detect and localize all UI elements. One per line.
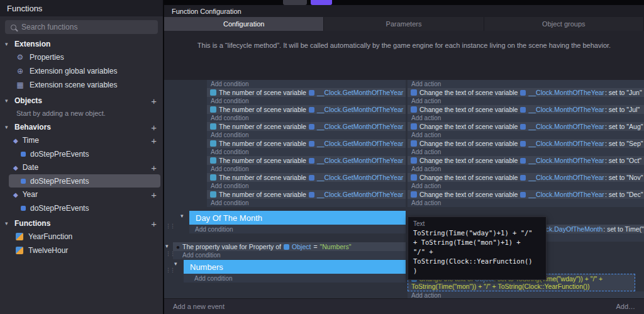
item-label: Extension scene variables xyxy=(30,81,117,89)
add-more-button[interactable]: Add… xyxy=(616,303,635,310)
chevron-down-icon[interactable]: ▾ xyxy=(5,124,11,130)
condition[interactable]: The number of scene variable __Clock.Get… xyxy=(207,105,406,114)
add-action-button[interactable]: Add action xyxy=(408,148,644,156)
tab-object-groups[interactable]: Object groups xyxy=(484,17,644,31)
add-object-button[interactable]: + xyxy=(151,96,157,106)
function-twelvehour[interactable]: TwelveHour xyxy=(0,244,163,257)
add-condition-button[interactable]: Add condition xyxy=(207,199,406,207)
tab-bar: Configuration Parameters Object groups xyxy=(164,17,644,31)
condition-variable: __Clock.GetMonthOfTheYear xyxy=(317,89,403,96)
add-action-button[interactable]: Add action xyxy=(408,291,644,298)
action-text: Change the text of scene variable xyxy=(419,123,518,130)
function-yearfunction[interactable]: YearFunction xyxy=(0,230,163,244)
action[interactable]: Change the text of scene variable __Cloc… xyxy=(408,173,644,182)
add-action-button[interactable]: Add action xyxy=(408,97,644,105)
behavior-date-dostep-selected[interactable]: doStepPreEvents xyxy=(9,174,160,188)
action[interactable]: Change the text of scene variable __Cloc… xyxy=(408,88,644,97)
action-value: : set to "Oct" xyxy=(605,157,641,164)
condition[interactable]: The number of scene variable __Clock.Get… xyxy=(207,122,406,131)
section-objects[interactable]: ▾ Objects + xyxy=(0,94,163,107)
section-behaviors[interactable]: ▾ Behaviors + xyxy=(0,121,163,133)
action[interactable]: Change the text of scene variable __Cloc… xyxy=(408,122,644,131)
chevron-down-icon[interactable]: ▾ xyxy=(5,98,11,104)
action-text: Change the text of scene variable xyxy=(419,89,518,96)
action[interactable]: Change the text of scene variable __Cloc… xyxy=(408,139,644,148)
action[interactable]: Change the text of scene variable __Cloc… xyxy=(408,156,644,165)
tooltip-code-line: ) xyxy=(413,266,541,276)
add-condition-button[interactable]: Add condition xyxy=(173,251,406,259)
behavior-date[interactable]: ◆ Date + xyxy=(0,160,163,174)
chevron-down-icon[interactable]: ▾ xyxy=(5,220,11,227)
item-label: YearFunction xyxy=(28,232,72,241)
drag-handle[interactable]: ⋮⋮ xyxy=(165,267,174,273)
panel-title: Function Configuration xyxy=(164,5,644,17)
behavior-year[interactable]: ◆ Year + xyxy=(0,188,163,201)
add-condition-button[interactable]: Add condition xyxy=(207,97,406,105)
group-collapse-chevron-icon[interactable]: ▾ xyxy=(174,261,177,267)
action[interactable]: Change the text of scene variable __Cloc… xyxy=(408,105,644,114)
add-function-button[interactable]: + xyxy=(151,219,157,228)
section-extension[interactable]: ▾ Extension xyxy=(0,38,163,50)
add-action-button[interactable]: Add action xyxy=(408,182,644,190)
action-variable: __Clock.MonthOfTheYear xyxy=(528,174,604,181)
add-condition-button[interactable]: Add condition xyxy=(207,182,406,190)
behavior-time-dostep[interactable]: doStepPreEvents xyxy=(9,147,160,160)
add-action-button[interactable]: Add action xyxy=(408,80,644,88)
condition[interactable]: The number of scene variable __Clock.Get… xyxy=(207,190,406,199)
search-input[interactable] xyxy=(21,23,141,31)
search-box[interactable] xyxy=(5,20,158,34)
section-functions[interactable]: ▾ Functions + xyxy=(0,217,163,230)
sidebar-item-global-variables[interactable]: ⊕ Extension global variables xyxy=(0,64,163,78)
sidebar-item-scene-variables[interactable]: ▦ Extension scene variables xyxy=(0,78,163,92)
add-action-button[interactable]: Add action xyxy=(408,114,644,122)
variable-condition-icon xyxy=(210,106,216,113)
add-function-to-year-button[interactable]: + xyxy=(151,190,157,199)
condition[interactable]: The number of scene variable __Clock.Get… xyxy=(207,173,406,182)
condition-variable: __Clock.GetMonthOfTheYear xyxy=(317,157,403,164)
chevron-down-icon[interactable]: ▾ xyxy=(5,41,11,47)
variable-condition-icon xyxy=(210,174,216,181)
condition[interactable]: ● The property value for Property of Obj… xyxy=(173,242,406,251)
add-condition-button[interactable]: Add condition xyxy=(207,131,406,139)
add-action-button[interactable]: Add action xyxy=(408,199,644,207)
tab-parameters[interactable]: Parameters xyxy=(324,17,484,31)
group-numbers[interactable]: Numbers xyxy=(184,260,406,274)
variable-condition-icon xyxy=(210,157,216,164)
action-text: Change the text of scene variable xyxy=(419,106,518,113)
add-behavior-button[interactable]: + xyxy=(151,123,157,132)
condition[interactable]: The number of scene variable __Clock.Get… xyxy=(207,156,406,165)
condition[interactable]: The number of scene variable __Clock.Get… xyxy=(207,139,406,148)
add-function-to-time-button[interactable]: + xyxy=(151,136,157,145)
drag-handle[interactable]: ⋮⋮ xyxy=(165,223,174,229)
action-value: : set to "Dec" xyxy=(605,191,643,198)
condition-variable: __Clock.GetMonthOfTheYear xyxy=(317,174,403,181)
add-new-event-button[interactable]: Add a new event xyxy=(173,303,225,310)
event-collapse-chevron-icon[interactable]: ▾ xyxy=(165,243,169,249)
tab-configuration[interactable]: Configuration xyxy=(164,17,324,31)
cutoff-primary-button[interactable] xyxy=(311,0,332,5)
add-condition-button[interactable]: Add condition xyxy=(207,114,406,122)
add-condition-button[interactable]: Add condition xyxy=(189,225,406,233)
add-action-button[interactable]: Add action xyxy=(408,165,644,173)
condition[interactable]: The number of scene variable __Clock.Get… xyxy=(207,88,406,97)
drag-handle[interactable]: ⋮⋮ xyxy=(165,250,174,257)
action[interactable]: Change the text of scene variable __Cloc… xyxy=(408,190,644,199)
add-action-button[interactable]: Add action xyxy=(408,131,644,139)
variable-icon xyxy=(309,141,314,147)
add-condition-button[interactable]: Add condition xyxy=(207,165,406,173)
add-condition-button[interactable]: Add condition xyxy=(184,274,406,283)
add-condition-button[interactable]: Add condition xyxy=(207,80,406,88)
child-label: doStepPreEvents xyxy=(30,150,89,159)
item-label: TwelveHour xyxy=(28,246,68,255)
group-day-of-the-month[interactable]: Day Of The Month xyxy=(189,211,406,225)
sidebar-title: Functions xyxy=(0,0,163,16)
behavior-year-dostep[interactable]: doStepPreEvents xyxy=(9,201,160,215)
variable-condition-icon xyxy=(210,123,216,130)
variable-icon xyxy=(309,192,314,198)
behavior-time[interactable]: ◆ Time + xyxy=(0,133,163,147)
sidebar-item-properties[interactable]: ⚙ Properties xyxy=(0,50,163,64)
add-condition-button[interactable]: Add condition xyxy=(207,148,406,156)
group-collapse-chevron-icon[interactable]: ▾ xyxy=(180,213,184,219)
cutoff-toolbar-button[interactable] xyxy=(283,0,307,5)
add-function-to-date-button[interactable]: + xyxy=(151,163,157,172)
